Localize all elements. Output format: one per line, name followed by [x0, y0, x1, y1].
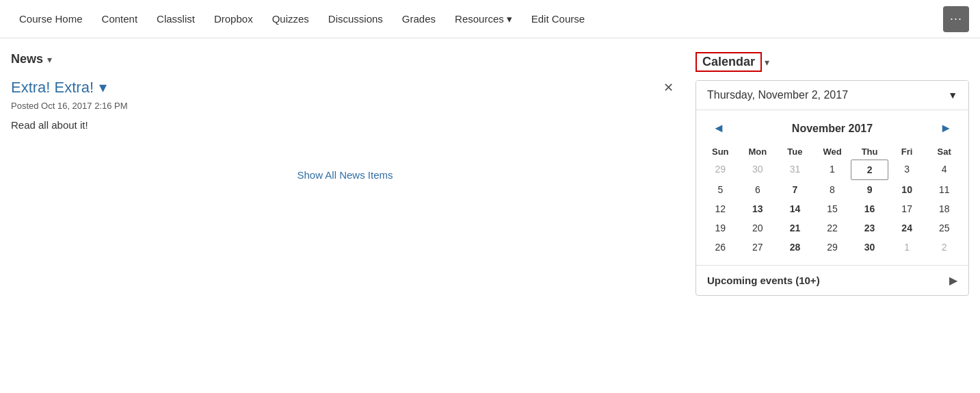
nav-item-resources[interactable]: Resources ▾ [447, 8, 520, 31]
calendar-cell[interactable]: 3 [888, 160, 926, 180]
calendar-cell[interactable]: 30 [851, 238, 888, 257]
calendar-cell[interactable]: 17 [888, 199, 926, 218]
news-item: Extra! Extra! ▾ ✕ Posted Oct 16, 2017 2:… [11, 77, 679, 142]
calendar-prev-month-button[interactable]: ◄ [707, 118, 730, 138]
calendar-cell[interactable]: 2 [925, 238, 963, 257]
dow-wed: Wed [814, 144, 851, 160]
calendar-chevron-icon[interactable]: ▾ [765, 57, 769, 68]
calendar-cell[interactable]: 6 [739, 180, 777, 199]
calendar-cell[interactable]: 4 [925, 160, 963, 180]
calendar-date-dropdown-icon[interactable]: ▼ [948, 90, 957, 101]
nav-item-content[interactable]: Content [94, 8, 146, 30]
calendar-cell[interactable]: 14 [776, 199, 814, 218]
dow-sun: Sun [702, 144, 739, 160]
calendar-cell[interactable]: 15 [814, 199, 851, 218]
calendar-cell[interactable]: 28 [776, 238, 814, 257]
dow-sat: Sat [925, 144, 963, 160]
calendar-panel: Calendar ▾ Thursday, November 2, 2017 ▼ … [696, 52, 969, 296]
top-navigation: Course Home Content Classlist Dropbox Qu… [0, 0, 980, 38]
calendar-cell[interactable]: 12 [702, 199, 739, 218]
news-chevron-icon[interactable]: ▾ [47, 54, 52, 65]
calendar-cell[interactable]: 25 [925, 218, 963, 238]
news-body-text: Read all about it! [11, 119, 679, 131]
calendar-cell[interactable]: 21 [776, 218, 814, 238]
calendar-cell[interactable]: 9 [851, 180, 888, 199]
calendar-cell[interactable]: 22 [814, 218, 851, 238]
nav-item-quizzes[interactable]: Quizzes [264, 8, 317, 30]
calendar-week-row-0: 2930311234 [702, 160, 963, 180]
resources-dropdown-icon: ▾ [507, 13, 512, 25]
news-panel: News ▾ Extra! Extra! ▾ ✕ Posted Oct 16, … [11, 52, 679, 296]
news-item-title[interactable]: Extra! Extra! ▾ [11, 79, 107, 97]
calendar-current-date: Thursday, November 2, 2017 [707, 89, 848, 101]
calendar-week-row-3: 19202122232425 [702, 218, 963, 238]
calendar-cell[interactable]: 23 [851, 218, 888, 238]
calendar-week-row-4: 262728293012 [702, 238, 963, 257]
calendar-cell[interactable]: 19 [702, 218, 739, 238]
calendar-week-row-2: 12131415161718 [702, 199, 963, 218]
calendar-cell[interactable]: 24 [888, 218, 926, 238]
calendar-cell[interactable]: 1 [814, 160, 851, 180]
calendar-cell[interactable]: 11 [925, 180, 963, 199]
nav-item-course-home[interactable]: Course Home [11, 8, 91, 30]
news-title: News [11, 52, 43, 66]
calendar-week-row-1: 567891011 [702, 180, 963, 199]
news-item-header: Extra! Extra! ▾ ✕ [11, 77, 679, 98]
calendar-date-header: Thursday, November 2, 2017 ▼ [696, 81, 968, 110]
calendar-cell[interactable]: 13 [739, 199, 777, 218]
upcoming-events-label: Upcoming events (10+) [707, 275, 820, 286]
news-posted-date: Posted Oct 16, 2017 2:16 PM [11, 101, 679, 111]
calendar-cell[interactable]: 8 [814, 180, 851, 199]
nav-item-dropbox[interactable]: Dropbox [206, 8, 261, 30]
calendar-cell[interactable]: 29 [702, 160, 739, 180]
calendar-cell[interactable]: 30 [739, 160, 777, 180]
calendar-dow-row: Sun Mon Tue Wed Thu Fri Sat [702, 144, 963, 160]
calendar-month-year: November 2017 [792, 123, 873, 135]
nav-item-classlist[interactable]: Classlist [148, 8, 203, 30]
calendar-grid: Sun Mon Tue Wed Thu Fri Sat 293031123456… [696, 144, 968, 265]
calendar-cell[interactable]: 31 [776, 160, 814, 180]
nav-item-discussions[interactable]: Discussions [320, 8, 391, 30]
more-options-button[interactable]: ··· [943, 6, 969, 32]
calendar-cell[interactable]: 1 [888, 238, 926, 257]
calendar-month-nav: ◄ November 2017 ► [696, 110, 968, 144]
nav-item-edit-course[interactable]: Edit Course [523, 8, 593, 30]
calendar-cell[interactable]: 10 [888, 180, 926, 199]
calendar-cell[interactable]: 27 [739, 238, 777, 257]
calendar-cell[interactable]: 16 [851, 199, 888, 218]
upcoming-events-arrow-icon: ▶ [949, 274, 957, 287]
calendar-cell[interactable]: 5 [702, 180, 739, 199]
calendar-title[interactable]: Calendar [696, 52, 762, 72]
close-news-item-button[interactable]: ✕ [658, 77, 679, 98]
calendar-weeks: 2930311234567891011121314151617181920212… [702, 160, 963, 257]
upcoming-events[interactable]: Upcoming events (10+) ▶ [696, 265, 968, 295]
nav-items-list: Course Home Content Classlist Dropbox Qu… [11, 8, 943, 31]
dow-mon: Mon [739, 144, 777, 160]
calendar-cell[interactable]: 26 [702, 238, 739, 257]
calendar-widget: Thursday, November 2, 2017 ▼ ◄ November … [696, 80, 969, 296]
dow-thu: Thu [851, 144, 888, 160]
calendar-section-header: Calendar ▾ [696, 52, 969, 72]
main-content: News ▾ Extra! Extra! ▾ ✕ Posted Oct 16, … [0, 38, 980, 309]
calendar-next-month-button[interactable]: ► [934, 118, 957, 138]
dow-fri: Fri [888, 144, 926, 160]
dow-tue: Tue [776, 144, 814, 160]
calendar-cell[interactable]: 2 [851, 160, 888, 180]
show-all-news-link[interactable]: Show All News Items [11, 169, 679, 181]
nav-item-grades[interactable]: Grades [394, 8, 444, 30]
news-section-header: News ▾ [11, 52, 679, 66]
calendar-cell[interactable]: 7 [776, 180, 814, 199]
calendar-cell[interactable]: 20 [739, 218, 777, 238]
news-item-chevron-icon: ▾ [99, 79, 107, 97]
calendar-cell[interactable]: 29 [814, 238, 851, 257]
calendar-cell[interactable]: 18 [925, 199, 963, 218]
